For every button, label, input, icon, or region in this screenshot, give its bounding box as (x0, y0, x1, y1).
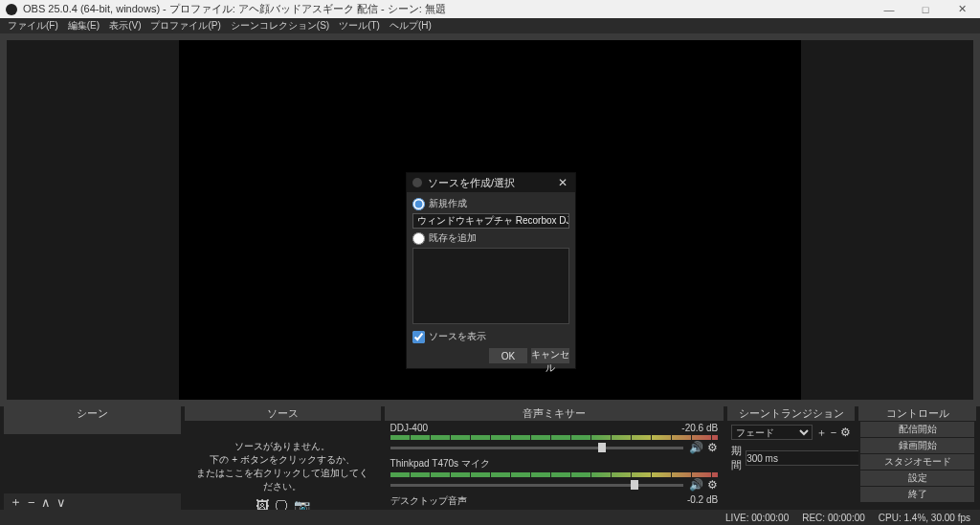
scenes-title: シーン (4, 406, 181, 421)
mute-button[interactable]: 🔊 (689, 441, 703, 454)
opt-new-radio[interactable] (412, 198, 425, 210)
track-settings-button[interactable]: ⚙ (707, 478, 718, 492)
menubar: ファイル(F) 編集(E) 表示(V) プロファイル(P) シーンコレクション(… (0, 18, 980, 33)
transitions-title: シーントランジション (727, 406, 855, 421)
scenes-dock: シーン ＋ − ∧ ∨ (4, 406, 181, 511)
dialog-cancel-button[interactable]: キャンセル (531, 348, 569, 363)
track-settings-button[interactable]: ⚙ (707, 441, 718, 454)
controls-title: コントロール (858, 406, 976, 421)
sources-empty-line: またはここを右クリックして追加してください。 (192, 467, 373, 493)
dialog-logo-icon (412, 178, 422, 187)
mixer-title: 音声ミキサー (385, 406, 724, 421)
transitions-dock: シーントランジション フェード ＋ − ⚙ 期間 ◇ (727, 406, 855, 511)
dialog-close-button[interactable]: ✕ (550, 176, 575, 189)
opt-existing-label[interactable]: 既存を追加 (412, 231, 569, 245)
audio-meter (390, 472, 719, 477)
scene-down-button[interactable]: ∨ (56, 495, 66, 510)
transition-add-button[interactable]: ＋ (816, 426, 827, 440)
menu-scene-collection[interactable]: シーンコレクション(S) (227, 19, 333, 33)
scenes-list[interactable] (4, 421, 181, 493)
settings-button[interactable]: 設定 (860, 470, 974, 486)
track-db: -0.2 dB (687, 494, 718, 508)
close-button[interactable]: ✕ (944, 0, 980, 18)
sources-empty-line: ソースがありません。 (192, 440, 373, 453)
status-live: LIVE: 00:00:00 (725, 513, 789, 523)
dialog-title: ソースを作成/選択 (428, 176, 515, 190)
menu-profile[interactable]: プロファイル(P) (146, 19, 224, 33)
exit-button[interactable]: 終了 (860, 487, 974, 502)
status-cpu: CPU: 1.4%, 30.00 fps (879, 513, 970, 523)
studio-mode-button[interactable]: スタジオモード (860, 454, 974, 470)
opt-new-label[interactable]: 新規作成 (412, 197, 569, 210)
volume-slider[interactable] (390, 447, 684, 449)
start-streaming-button[interactable]: 配信開始 (860, 422, 974, 437)
source-visible-label: ソースを表示 (429, 330, 486, 343)
scene-remove-button[interactable]: − (28, 495, 35, 510)
audio-meter (390, 435, 719, 440)
scene-add-button[interactable]: ＋ (10, 493, 22, 511)
scene-item[interactable] (4, 421, 181, 434)
dialog-ok-button[interactable]: OK (489, 348, 527, 363)
minimize-button[interactable]: — (871, 0, 907, 18)
window-titlebar: OBS 25.0.4 (64-bit, windows) - プロファイル: ア… (0, 0, 980, 18)
sources-empty-line: 下の + ボタンをクリックするか、 (192, 453, 373, 467)
statusbar: LIVE: 00:00:00 REC: 00:00:00 CPU: 1.4%, … (0, 510, 980, 525)
transition-remove-button[interactable]: − (831, 427, 836, 438)
controls-dock: コントロール 配信開始 録画開始 スタジオモード 設定 終了 (858, 406, 976, 511)
track-name: DDJ-400 (390, 423, 428, 433)
create-source-dialog: ソースを作成/選択 ✕ 新規作成 既存を追加 ソースを表示 OK キャンセル (406, 172, 576, 369)
sources-title: ソース (185, 406, 381, 421)
track-name: デスクトップ音声 (390, 494, 467, 508)
menu-view[interactable]: 表示(V) (105, 19, 145, 33)
menu-help[interactable]: ヘルプ(H) (386, 19, 435, 33)
transition-settings-button[interactable]: ⚙ (840, 426, 851, 439)
new-source-name-input[interactable] (412, 213, 569, 229)
menu-edit[interactable]: 編集(E) (64, 19, 103, 33)
track-name: Thinkpad T470s マイク (390, 457, 490, 470)
source-visible-checkbox[interactable] (412, 331, 425, 343)
window-title: OBS 25.0.4 (64-bit, windows) - プロファイル: ア… (23, 2, 446, 16)
existing-sources-list[interactable] (412, 248, 569, 324)
duration-label: 期間 (731, 444, 742, 472)
status-rec: REC: 00:00:00 (802, 513, 865, 523)
start-recording-button[interactable]: 録画開始 (860, 438, 974, 453)
menu-file[interactable]: ファイル(F) (4, 19, 62, 33)
maximize-button[interactable]: □ (907, 0, 944, 18)
menu-tools[interactable]: ツール(T) (335, 19, 384, 33)
sources-list[interactable]: ソースがありません。 下の + ボタンをクリックするか、 またはここを右クリック… (185, 421, 381, 524)
duration-input[interactable] (746, 450, 869, 466)
sources-dock: ソース ソースがありません。 下の + ボタンをクリックするか、 またはここを右… (185, 406, 381, 511)
scene-up-button[interactable]: ∧ (41, 495, 51, 510)
track-db: -20.6 dB (681, 423, 718, 433)
volume-slider[interactable] (390, 484, 684, 487)
mixer-dock: 音声ミキサー DDJ-400-20.6 dB 🔊⚙ Thinkpad T470s… (385, 406, 724, 511)
app-logo-icon (6, 4, 17, 15)
opt-existing-radio[interactable] (412, 232, 425, 245)
transition-mode-select[interactable]: フェード (731, 425, 813, 440)
mute-button[interactable]: 🔊 (689, 478, 703, 492)
